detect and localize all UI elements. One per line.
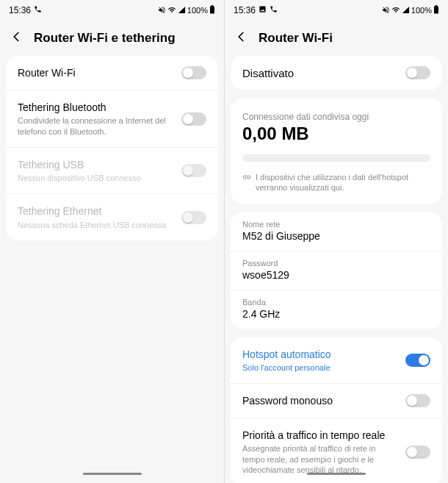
toggle-realtime-priority[interactable] (405, 446, 430, 459)
data-progress (242, 154, 430, 162)
row-state[interactable]: Disattivato (231, 56, 442, 90)
field-value: 2.4 GHz (242, 308, 430, 320)
signal-icon (402, 6, 410, 15)
field-label: Banda (242, 298, 430, 307)
nav-indicator[interactable] (307, 473, 366, 475)
svg-rect-2 (434, 6, 438, 13)
nav-indicator[interactable] (83, 473, 142, 475)
row-tether-bluetooth[interactable]: Tethering Bluetooth Condividete la conne… (6, 90, 218, 147)
wifi-icon (167, 6, 176, 15)
back-icon[interactable] (10, 30, 24, 46)
svg-rect-1 (212, 5, 213, 6)
signal-icon (178, 6, 186, 15)
phone-left: 15:36 100% Router Wi-Fi e tethering Rout… (0, 0, 224, 483)
nav-bar (225, 468, 448, 479)
header: Router Wi-Fi (225, 21, 448, 56)
row-sub: Condividete la connessione a Internet de… (18, 115, 176, 137)
page-title: Router Wi-Fi (259, 31, 333, 46)
row-title: Tethering Bluetooth (18, 101, 176, 114)
battery-percent: 100% (187, 6, 208, 15)
status-time: 15:36 (9, 5, 31, 15)
row-tether-ethernet: Tethering Ethernet Nessuna scheda Ethern… (6, 193, 218, 240)
state-label: Disattivato (242, 67, 294, 79)
row-title: Password monouso (242, 394, 400, 407)
toggle-onetime-password[interactable] (405, 394, 430, 407)
mute-icon (158, 6, 166, 15)
battery-icon (433, 5, 439, 15)
status-bar: 15:36 100% (0, 0, 224, 21)
status-time: 15:36 (234, 5, 256, 15)
toggle-tether-bluetooth[interactable] (181, 112, 206, 126)
row-sub: Nessun dispositivo USB connesso (18, 173, 176, 183)
data-value: 0,00 MB (242, 124, 430, 144)
field-band[interactable]: Banda 2.4 GHz (231, 290, 442, 329)
options-card: Hotspot automatico Solo l'account person… (231, 337, 442, 483)
field-label: Password (242, 259, 430, 268)
link-icon (242, 172, 251, 193)
toggle-tether-ethernet (181, 211, 206, 224)
mute-icon (382, 6, 390, 15)
field-password[interactable]: Password wsoe5129 (231, 251, 442, 290)
header: Router Wi-Fi e tethering (0, 21, 224, 56)
field-value: wsoe5129 (242, 269, 430, 281)
image-icon (259, 5, 267, 15)
row-sub: Nessuna scheda Ethernet USB connessa (18, 220, 176, 230)
status-bar: 15:36 100% (225, 0, 448, 21)
toggle-auto-hotspot[interactable] (405, 354, 430, 367)
toggle-state[interactable] (405, 66, 430, 79)
row-title: Tethering USB (18, 158, 176, 171)
data-hint-text: I dispositivi che utilizzano i dati dell… (256, 172, 430, 193)
data-label: Connessione dati condivisa oggi (242, 112, 430, 122)
network-fields-card: Nome rete M52 di Giuseppe Password wsoe5… (231, 212, 442, 329)
row-auto-hotspot[interactable]: Hotspot automatico Solo l'account person… (231, 337, 442, 383)
toggle-tether-usb (181, 164, 206, 177)
row-tether-usb: Tethering USB Nessun dispositivo USB con… (6, 147, 218, 193)
row-title: Hotspot automatico (242, 348, 400, 361)
battery-percent: 100% (411, 6, 432, 15)
svg-rect-3 (436, 5, 437, 6)
state-card: Disattivato (231, 56, 442, 90)
phone-right: 15:36 100% Router Wi-Fi Disattivato (224, 0, 448, 483)
phone-icon (270, 5, 278, 15)
phone-icon (34, 5, 42, 15)
data-hint: I dispositivi che utilizzano i dati dell… (242, 172, 430, 193)
page-title: Router Wi-Fi e tethering (34, 31, 176, 46)
row-sub: Solo l'account personale (242, 362, 400, 373)
field-network-name[interactable]: Nome rete M52 di Giuseppe (231, 212, 442, 251)
battery-icon (209, 5, 215, 15)
row-onetime-password[interactable]: Password monouso (231, 383, 442, 418)
tethering-list: Router Wi-Fi Tethering Bluetooth Condivi… (6, 56, 218, 240)
row-title: Priorità a traffico in tempo reale (242, 429, 400, 442)
svg-rect-0 (210, 6, 214, 13)
data-usage-card: Connessione dati condivisa oggi 0,00 MB … (231, 99, 442, 204)
row-title: Tethering Ethernet (18, 204, 176, 218)
field-value: M52 di Giuseppe (242, 230, 430, 242)
row-title: Router Wi-Fi (18, 66, 176, 79)
field-label: Nome rete (242, 220, 430, 229)
nav-bar (0, 468, 224, 479)
back-icon[interactable] (235, 30, 248, 46)
wifi-icon (391, 6, 400, 15)
toggle-router-wifi[interactable] (181, 66, 206, 79)
row-router-wifi[interactable]: Router Wi-Fi (6, 56, 218, 90)
